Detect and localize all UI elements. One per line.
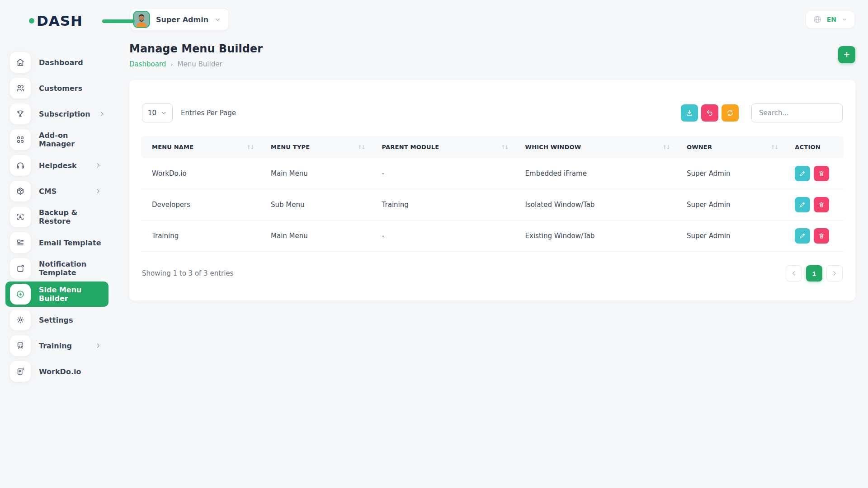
page-header: Manage Menu Builder Dashboard › Menu Bui… xyxy=(129,42,855,68)
chevron-right-icon xyxy=(95,343,101,349)
sort-icon: ↑↓ xyxy=(246,144,260,150)
search-input[interactable] xyxy=(751,103,843,122)
sidebar-nav: Dashboard Customers Subscription Add-on … xyxy=(0,50,114,384)
edit-button[interactable] xyxy=(795,197,810,212)
sidebar-item-cms[interactable]: CMS xyxy=(5,178,108,204)
user-menu-dropdown[interactable]: Super Admin xyxy=(130,9,228,30)
column-header-menu-type[interactable]: MENU TYPE↑↓ xyxy=(265,136,377,158)
logo-text: DASH xyxy=(37,14,83,28)
export-button[interactable] xyxy=(681,104,698,122)
chevron-down-icon xyxy=(160,110,167,116)
chevron-right-icon xyxy=(95,188,101,194)
cell-owner: Super Admin xyxy=(681,189,789,221)
plus-circle-icon xyxy=(10,284,31,305)
headphones-icon xyxy=(10,155,31,176)
breadcrumb-dashboard-link[interactable]: Dashboard xyxy=(129,60,166,68)
cell-parent-module: - xyxy=(377,221,520,252)
pencil-icon xyxy=(799,232,806,239)
refresh-button[interactable] xyxy=(722,104,739,122)
main-content: Manage Menu Builder Dashboard › Menu Bui… xyxy=(114,42,868,300)
sidebar-item-addon-manager[interactable]: Add-on Manager xyxy=(5,127,108,152)
sidebar-item-workdo[interactable]: WorkDo.io xyxy=(5,359,108,384)
chevron-down-icon xyxy=(214,16,221,23)
grid-icon xyxy=(10,129,31,150)
sidebar-item-helpdesk[interactable]: Helpdesk xyxy=(5,153,108,178)
gear-icon xyxy=(10,310,31,330)
breadcrumb: Dashboard › Menu Builder xyxy=(129,60,263,68)
toolbar-buttons xyxy=(681,104,739,122)
scan-icon xyxy=(10,206,31,227)
table-row: WorkDo.io Main Menu - Embedded iFrame Su… xyxy=(141,158,844,189)
row-actions xyxy=(795,166,838,181)
language-dropdown[interactable]: EN xyxy=(806,11,854,28)
page-title: Manage Menu Builder xyxy=(129,42,263,55)
globe-icon xyxy=(813,15,822,24)
delete-button[interactable] xyxy=(814,228,829,244)
users-icon xyxy=(10,78,31,99)
delete-button[interactable] xyxy=(814,166,829,181)
sort-icon: ↑↓ xyxy=(500,144,514,150)
cell-which-window: Isolated Window/Tab xyxy=(520,189,681,221)
edit-button[interactable] xyxy=(795,228,810,244)
sidebar-item-settings[interactable]: Settings xyxy=(5,307,108,333)
sidebar-item-notification-template[interactable]: Notification Template xyxy=(5,256,108,281)
cell-menu-name: Training xyxy=(141,221,265,252)
cell-owner: Super Admin xyxy=(681,221,789,252)
entries-per-page-select[interactable]: 10 xyxy=(142,103,173,122)
entries-per-page-label: Entries Per Page xyxy=(181,109,236,117)
edit-button[interactable] xyxy=(795,166,810,181)
next-page-button[interactable] xyxy=(826,265,843,282)
cell-owner: Super Admin xyxy=(681,158,789,189)
sort-icon: ↑↓ xyxy=(662,144,676,150)
chevron-right-icon xyxy=(831,270,838,277)
avatar xyxy=(133,11,150,28)
layout-icon xyxy=(10,232,31,253)
breadcrumb-current: Menu Builder xyxy=(178,60,222,68)
pagination: 1 xyxy=(786,265,843,282)
trash-icon xyxy=(818,232,825,239)
table-footer: Showing 1 to 3 of 3 entries 1 xyxy=(141,265,844,282)
download-icon xyxy=(685,109,693,117)
logo-dot-icon xyxy=(29,18,34,23)
language-code: EN xyxy=(827,16,836,23)
row-actions xyxy=(795,197,838,212)
cell-menu-type: Sub Menu xyxy=(265,189,377,221)
note-badge-icon xyxy=(10,258,31,279)
column-header-which-window[interactable]: WHICH WINDOW↑↓ xyxy=(520,136,681,158)
column-header-menu-name[interactable]: MENU NAME↑↓ xyxy=(141,136,265,158)
undo-button[interactable] xyxy=(701,104,718,122)
chevron-right-icon xyxy=(99,111,105,117)
sidebar-item-customers[interactable]: Customers xyxy=(5,75,108,101)
cell-menu-name: Developers xyxy=(141,189,265,221)
cell-parent-module: - xyxy=(377,158,520,189)
sidebar-item-email-template[interactable]: Email Template xyxy=(5,230,108,255)
delete-button[interactable] xyxy=(814,197,829,212)
previous-page-button[interactable] xyxy=(786,265,802,282)
logo-dash-icon xyxy=(102,19,135,23)
entries-per-page-value: 10 xyxy=(148,109,156,117)
pencil-icon xyxy=(799,170,806,177)
table-header-row: MENU NAME↑↓ MENU TYPE↑↓ PARENT MODULE↑↓ … xyxy=(141,136,844,158)
sidebar-item-subscription[interactable]: Subscription xyxy=(5,101,108,127)
table-toolbar: 10 Entries Per Page xyxy=(141,103,844,122)
sidebar: DASH Dashboard Customers Subscription xyxy=(0,0,114,488)
add-menu-button[interactable]: + xyxy=(838,46,855,63)
column-header-owner[interactable]: OWNER↑↓ xyxy=(681,136,789,158)
document-edit-icon xyxy=(10,361,31,382)
sidebar-item-backup-restore[interactable]: Backup & Restore xyxy=(5,204,108,230)
refresh-icon xyxy=(726,109,734,117)
sidebar-item-training[interactable]: Training xyxy=(5,333,108,358)
sort-icon: ↑↓ xyxy=(770,144,784,150)
cell-parent-module: Training xyxy=(377,189,520,221)
train-icon xyxy=(10,335,31,356)
sidebar-item-dashboard[interactable]: Dashboard xyxy=(5,50,108,75)
chevron-left-icon xyxy=(791,270,797,277)
trash-icon xyxy=(818,201,825,208)
trash-icon xyxy=(818,170,825,177)
page-number-button[interactable]: 1 xyxy=(806,265,822,282)
cell-menu-type: Main Menu xyxy=(265,158,377,189)
column-header-parent-module[interactable]: PARENT MODULE↑↓ xyxy=(377,136,520,158)
sidebar-item-side-menu-builder[interactable]: Side Menu Builder xyxy=(5,282,108,307)
trophy-icon xyxy=(10,103,31,124)
cell-menu-type: Main Menu xyxy=(265,221,377,252)
